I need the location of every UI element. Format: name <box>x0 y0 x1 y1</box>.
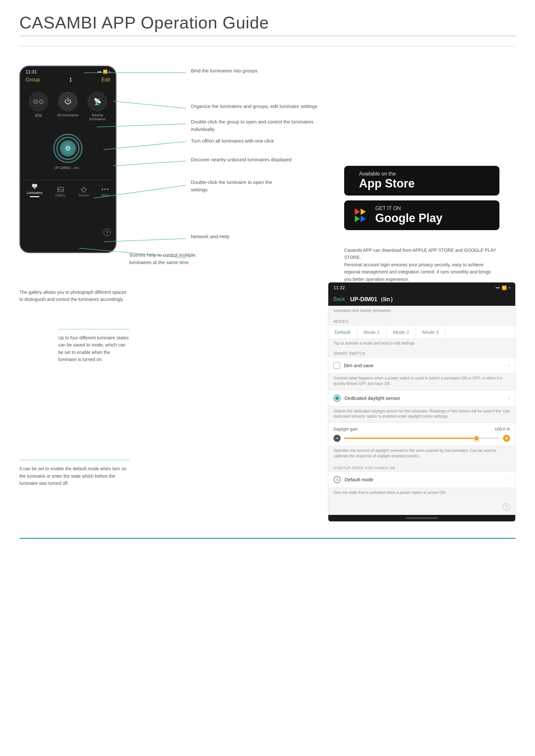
annotation-organize: Organize the luminaires and groups, edit… <box>191 103 317 110</box>
bottom-luminaires[interactable]: Luminaires <box>27 184 43 197</box>
daylight-gain-desc: Specifies the amount of daylight receive… <box>328 446 515 462</box>
annotation-double-click-luminaire: Double-click the luminaire to open the s… <box>191 179 281 193</box>
play-row-2 <box>355 216 366 222</box>
daylight-sensor-item[interactable]: Dedicated daylight sensor › <box>328 390 515 407</box>
phone-screen: 11:31 ▪▪▪ 🛜 ▪ Group 1 Edit ⊙⊙ 群 <box>19 66 116 253</box>
default-mode-info-icon: ℹ <box>333 476 341 483</box>
settings-bottom-bar <box>328 515 515 521</box>
device-label: UP-DIM01（lin） <box>54 166 81 170</box>
modes-divider <box>58 329 129 329</box>
daylight-sensor-arrow: › <box>508 395 510 401</box>
default-mode-desc: Sets the state that is activated when a … <box>328 488 515 499</box>
play-triangle-yellow <box>361 208 366 215</box>
daylight-gain-slider[interactable]: − + <box>333 435 510 442</box>
slider-thumb[interactable] <box>473 435 479 441</box>
mode-tab-1[interactable]: Mode 1 <box>357 325 386 339</box>
lower-left: The gallery allows you to photograph dif… <box>19 282 129 522</box>
dim-save-checkbox[interactable] <box>333 362 340 369</box>
nearby-label: Nearby luminaires <box>84 113 111 121</box>
settings-panel-wrapper: 11:32 ▪▪▪ 🛜 ▪ Back UP-DIM01（lin） luminai… <box>142 282 516 522</box>
bottom-scenes[interactable]: Scenes <box>78 186 89 197</box>
apple-store-badge[interactable]: Available on the App Store <box>344 166 499 196</box>
smart-switch-header: SMART SWITCH <box>328 347 515 357</box>
luminaires-label: Luminaires <box>27 191 43 195</box>
svg-line-7 <box>113 101 186 108</box>
svg-rect-3 <box>58 187 63 192</box>
home-indicator <box>406 518 438 519</box>
bottom-gallery[interactable]: Gallery <box>55 186 66 197</box>
settings-nav: Back UP-DIM01（lin） <box>328 293 515 306</box>
apple-badge-text: Available on the App Store <box>359 171 415 190</box>
svg-rect-0 <box>32 184 37 187</box>
phone-time: 11:31 <box>26 69 37 74</box>
edit-button[interactable]: Edit <box>101 77 110 83</box>
lower-section: The gallery allows you to photograph dif… <box>19 282 516 522</box>
all-luminaires-label: All luminaires <box>57 113 78 117</box>
store-badges-container: Available on the App Store GET IT ON Goo… <box>344 166 499 230</box>
slider-minus-button[interactable]: − <box>333 435 341 442</box>
settings-signal-icon: ▪▪▪ <box>495 285 500 290</box>
dim-save-arrow: › <box>508 362 510 369</box>
group-icon: ⊙⊙ <box>33 97 44 105</box>
more-label: More <box>102 194 109 197</box>
dim-save-item[interactable]: Dim and save › <box>328 357 515 374</box>
group-num: 1 <box>69 77 72 83</box>
power-icon: ⏻ <box>64 97 71 106</box>
daylight-sensor-radio[interactable] <box>333 395 341 402</box>
scenes-icon <box>80 186 87 193</box>
svg-rect-2 <box>34 188 35 189</box>
bottom-more[interactable]: ••• More <box>102 186 109 197</box>
center-device: ⚙ UP-DIM01（lin） <box>20 127 116 174</box>
device-circle-center: ⚙ <box>60 140 76 156</box>
svg-rect-1 <box>33 187 36 188</box>
play-triangle-red <box>355 208 360 215</box>
settings-time: 11:32 <box>333 285 345 290</box>
back-button[interactable]: Back <box>333 296 345 302</box>
device-inner-icon: ⚙ <box>65 145 71 152</box>
default-mode-arrow: › <box>508 476 510 483</box>
modes-note: Up to four different luminaire states ca… <box>58 334 129 363</box>
google-badge-text: GET IT ON Google Play <box>375 205 442 225</box>
luminaires-icon <box>31 184 38 190</box>
settings-status-bar: 11:32 ▪▪▪ 🛜 ▪ <box>328 283 515 293</box>
google-get-it: GET IT ON <box>375 205 442 211</box>
phone-help-icon[interactable]: ? <box>103 229 111 236</box>
annotation-network-help: Network and Help <box>191 233 229 240</box>
battery-icon: ▪ <box>109 69 110 74</box>
slider-track[interactable] <box>344 438 500 439</box>
nearby-circle: 📡 <box>88 92 107 111</box>
google-store-name: Google Play <box>375 211 442 225</box>
group-label-text: 群组 <box>35 113 42 118</box>
gallery-icon <box>57 186 64 193</box>
slider-plus-button[interactable]: + <box>503 435 510 442</box>
modes-row: Default Mode 1 Mode 2 Mode 3 <box>328 325 515 339</box>
nearby-item: 📡 Nearby luminaires <box>83 89 112 124</box>
device-circle-inner: ⚙ <box>57 137 79 160</box>
device-circle[interactable]: ⚙ <box>53 134 82 163</box>
radio-inner <box>335 396 339 400</box>
play-triangle-blue <box>361 216 366 222</box>
group-icon-circle: ⊙⊙ <box>29 92 48 111</box>
apple-store-name: App Store <box>359 177 415 190</box>
svg-marker-5 <box>81 187 87 192</box>
footer-line <box>19 538 516 539</box>
settings-sub-text: luminaires and nearby luminaires. <box>328 306 515 315</box>
startup-state-header: STARTUP STATE FOR POWER ON <box>328 462 515 471</box>
settings-panel: 11:32 ▪▪▪ 🛜 ▪ Back UP-DIM01（lin） luminai… <box>328 282 516 522</box>
settings-bottom-area: ? <box>328 499 515 515</box>
mode-tab-2[interactable]: Mode 2 <box>386 325 416 339</box>
active-line <box>30 196 40 197</box>
phone-bottom-bar: Luminaires Gallery Scenes <box>20 180 116 199</box>
settings-help-icon[interactable]: ? <box>503 503 510 510</box>
mode-tab-3[interactable]: Mode 3 <box>416 325 445 339</box>
settings-status-icons: ▪▪▪ 🛜 ▪ <box>495 285 510 290</box>
default-mode-item[interactable]: ℹ Default mode › <box>328 471 515 488</box>
group-label: Group <box>26 77 40 83</box>
mode-tab-default[interactable]: Default <box>328 325 357 339</box>
google-play-badge[interactable]: GET IT ON Google Play <box>344 201 499 230</box>
page-title: CASAMBI APP Operation Guide <box>19 13 516 32</box>
settings-wifi-icon: 🛜 <box>502 285 507 290</box>
nearby-icon: 📡 <box>94 97 101 105</box>
wifi-icon: 🛜 <box>103 69 108 74</box>
annotation-scenes: Scenes help to control multiple luminair… <box>129 252 217 266</box>
